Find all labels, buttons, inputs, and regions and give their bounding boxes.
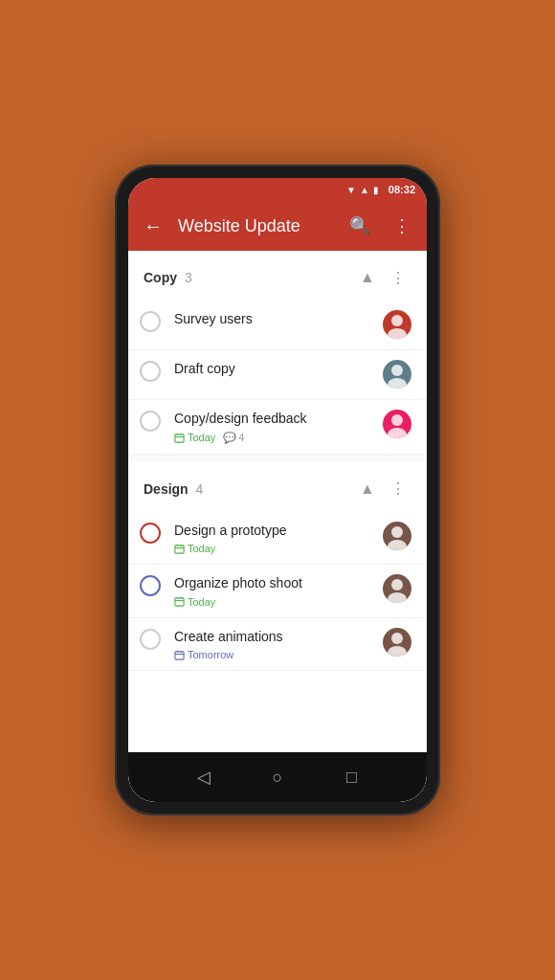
task-date-organize-photo-shoot: Today xyxy=(174,596,215,608)
app-bar-title: Website Update xyxy=(178,216,335,236)
section-icons-design: ▲ ⋮ xyxy=(354,476,411,502)
task-body-copy-design-feedback: Copy/design feedback Today xyxy=(174,410,383,444)
task-avatar-survey-users xyxy=(383,310,411,339)
task-item-create-animations[interactable]: Create animations Tomorrow xyxy=(128,618,427,672)
task-body-design-prototype: Design a prototype Today xyxy=(174,522,383,555)
task-name-survey-users: Survey users xyxy=(174,310,383,329)
phone-device: ▼ ▲ ▮ 08:32 ← Website Update 🔍 ⋮ Copy 3 xyxy=(115,165,440,815)
search-button[interactable]: 🔍 xyxy=(343,209,377,243)
nav-back-button[interactable]: ◁ xyxy=(187,760,221,794)
svg-rect-10 xyxy=(175,546,184,553)
task-meta-organize-photo-shoot: Today xyxy=(174,596,383,608)
more-button-design[interactable]: ⋮ xyxy=(385,476,411,502)
task-name-create-animations: Create animations xyxy=(174,628,383,647)
task-date-design-prototype: Today xyxy=(174,543,215,554)
svg-point-14 xyxy=(391,526,403,538)
calendar-icon xyxy=(174,544,185,554)
task-date-label-design-prototype: Today xyxy=(188,543,215,554)
task-item-design-prototype[interactable]: Design a prototype Today xyxy=(128,512,427,566)
svg-point-15 xyxy=(388,540,407,550)
task-avatar-draft-copy xyxy=(383,360,411,389)
content-area: Copy 3 ▲ ⋮ Survey users xyxy=(128,251,427,752)
svg-point-1 xyxy=(388,328,407,339)
wifi-icon: ▼ xyxy=(346,185,356,195)
task-name-copy-design-feedback: Copy/design feedback xyxy=(174,410,383,429)
task-checkbox-create-animations[interactable] xyxy=(140,629,161,650)
task-checkbox-draft-copy[interactable] xyxy=(140,361,161,382)
task-meta-create-animations: Tomorrow xyxy=(174,649,383,660)
more-button[interactable]: ⋮ xyxy=(385,209,419,243)
task-name-design-prototype: Design a prototype xyxy=(174,522,383,541)
calendar-icon xyxy=(174,596,185,607)
section-spacer xyxy=(128,455,427,462)
more-button-copy[interactable]: ⋮ xyxy=(385,264,411,291)
svg-point-20 xyxy=(391,579,403,590)
collapse-button-design[interactable]: ▲ xyxy=(354,476,381,502)
task-item-draft-copy[interactable]: Draft copy xyxy=(128,350,427,400)
task-avatar-create-animations xyxy=(383,628,411,657)
calendar-icon xyxy=(174,433,185,443)
svg-point-27 xyxy=(388,646,407,657)
section-title-design: Design 4 xyxy=(144,481,354,497)
task-body-draft-copy: Draft copy xyxy=(174,360,383,379)
status-icons: ▼ ▲ ▮ 08:32 xyxy=(346,184,415,195)
svg-rect-16 xyxy=(175,598,184,606)
task-item-survey-users[interactable]: Survey users xyxy=(128,301,427,350)
svg-point-3 xyxy=(388,378,407,389)
task-checkbox-organize-photo-shoot[interactable] xyxy=(140,575,161,596)
task-meta-copy-design-feedback: Today 💬 4 xyxy=(174,432,383,444)
svg-rect-22 xyxy=(175,652,184,659)
task-date-create-animations: Tomorrow xyxy=(174,649,233,660)
task-meta-design-prototype: Today xyxy=(174,543,383,554)
task-body-create-animations: Create animations Tomorrow xyxy=(174,628,383,661)
app-bar: ← Website Update 🔍 ⋮ xyxy=(128,201,427,251)
svg-rect-4 xyxy=(175,434,184,441)
svg-point-9 xyxy=(388,428,407,438)
signal-icon: ▲ xyxy=(360,185,369,195)
svg-point-0 xyxy=(391,315,403,326)
section-count-copy: 3 xyxy=(185,270,192,285)
svg-point-21 xyxy=(388,592,407,603)
task-item-organize-photo-shoot[interactable]: Organize photo shoot Today xyxy=(128,565,427,618)
section-header-copy: Copy 3 ▲ ⋮ xyxy=(128,251,427,301)
collapse-button-copy[interactable]: ▲ xyxy=(354,264,381,291)
svg-point-8 xyxy=(391,414,403,426)
task-item-copy-design-feedback[interactable]: Copy/design feedback Today xyxy=(128,400,427,455)
task-avatar-copy-design-feedback xyxy=(383,410,411,438)
section-title-copy: Copy 3 xyxy=(144,270,354,285)
nav-recents-button[interactable]: □ xyxy=(334,760,368,794)
task-checkbox-design-prototype[interactable] xyxy=(140,523,161,544)
status-bar: ▼ ▲ ▮ 08:32 xyxy=(128,178,427,201)
task-date-label-organize-photo-shoot: Today xyxy=(188,596,215,608)
task-date-copy-design-feedback: Today xyxy=(174,432,215,443)
task-avatar-design-prototype xyxy=(383,522,411,550)
phone-screen: ▼ ▲ ▮ 08:32 ← Website Update 🔍 ⋮ Copy 3 xyxy=(128,178,427,802)
status-time: 08:32 xyxy=(388,184,415,195)
section-count-design: 4 xyxy=(196,481,204,497)
section-header-design: Design 4 ▲ ⋮ xyxy=(128,462,427,512)
section-icons-copy: ▲ ⋮ xyxy=(354,264,411,291)
nav-home-button[interactable]: ○ xyxy=(260,760,295,794)
task-body-organize-photo-shoot: Organize photo shoot Today xyxy=(174,574,383,608)
battery-icon: ▮ xyxy=(373,185,379,195)
task-name-draft-copy: Draft copy xyxy=(174,360,383,379)
calendar-icon xyxy=(174,650,185,660)
task-body-survey-users: Survey users xyxy=(174,310,383,329)
task-date-label-copy-design-feedback: Today xyxy=(188,432,215,443)
task-name-organize-photo-shoot: Organize photo shoot xyxy=(174,574,383,593)
task-checkbox-copy-design-feedback[interactable] xyxy=(140,411,161,432)
svg-point-26 xyxy=(391,633,403,644)
task-comment-copy-design-feedback: 💬 4 xyxy=(223,432,244,444)
svg-point-2 xyxy=(391,365,403,376)
task-checkbox-survey-users[interactable] xyxy=(140,311,161,332)
nav-bar: ◁ ○ □ xyxy=(128,752,427,802)
back-button[interactable]: ← xyxy=(136,209,170,243)
task-avatar-organize-photo-shoot xyxy=(383,574,411,603)
task-date-label-create-animations: Tomorrow xyxy=(188,649,233,660)
